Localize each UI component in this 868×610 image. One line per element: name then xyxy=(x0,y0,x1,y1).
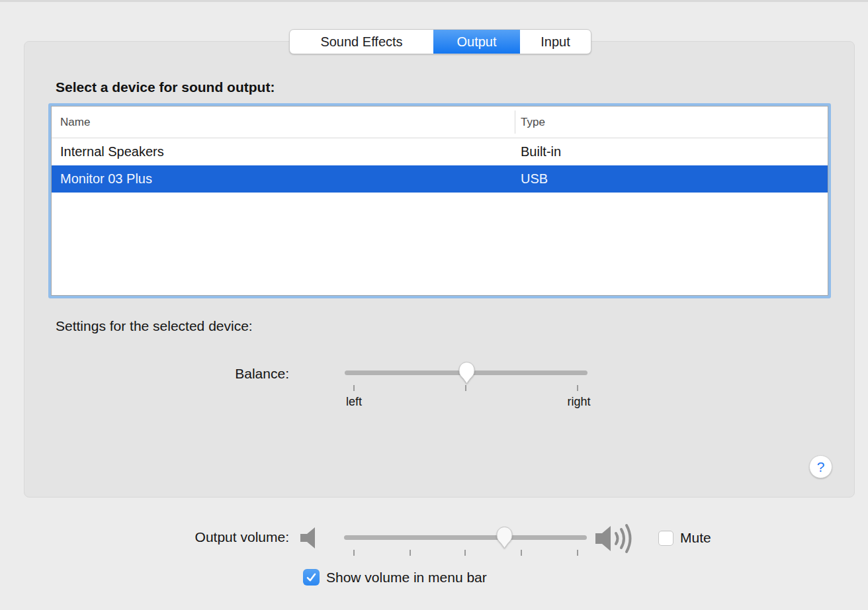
balance-left-label: left xyxy=(346,395,362,409)
speaker-quiet-icon xyxy=(299,526,322,552)
balance-tick-right xyxy=(577,385,578,391)
output-volume-slider[interactable] xyxy=(344,528,587,568)
mute-label: Mute xyxy=(680,530,711,546)
balance-slider-thumb[interactable] xyxy=(458,361,476,385)
help-button[interactable]: ? xyxy=(809,455,832,478)
output-volume-label: Output volume: xyxy=(157,529,289,545)
column-divider[interactable] xyxy=(515,110,515,134)
device-list-heading: Select a device for sound output: xyxy=(56,79,275,95)
volume-tick-4 xyxy=(521,550,522,556)
balance-slider[interactable]: left right xyxy=(345,363,587,403)
device-name-cell: Monitor 03 Plus xyxy=(52,171,515,187)
device-table-focus-ring: Name Type Internal Speakers Built-in Mon… xyxy=(48,103,831,298)
sound-tab-bar: Sound Effects Output Input xyxy=(289,29,591,54)
volume-tick-1 xyxy=(353,550,355,556)
output-volume-thumb[interactable] xyxy=(496,525,513,550)
column-header-type[interactable]: Type xyxy=(515,116,545,129)
speaker-loud-icon xyxy=(594,521,644,558)
output-volume-track[interactable] xyxy=(344,535,587,540)
table-row-internal-speakers[interactable]: Internal Speakers Built-in xyxy=(52,138,828,165)
tab-output[interactable]: Output xyxy=(433,30,520,54)
mute-checkbox[interactable] xyxy=(658,531,673,546)
tab-input[interactable]: Input xyxy=(520,30,591,54)
device-type-cell: USB xyxy=(515,171,548,187)
checkmark-icon xyxy=(305,571,318,584)
balance-tick-left xyxy=(353,385,355,391)
show-volume-label: Show volume in menu bar xyxy=(326,570,487,586)
settings-section-heading: Settings for the selected device: xyxy=(56,318,253,334)
column-header-name[interactable]: Name xyxy=(52,116,515,129)
device-table: Name Type Internal Speakers Built-in Mon… xyxy=(51,106,828,296)
tab-sound-effects[interactable]: Sound Effects xyxy=(290,30,433,54)
device-name-cell: Internal Speakers xyxy=(52,144,515,159)
device-type-cell: Built-in xyxy=(515,144,561,159)
volume-tick-5 xyxy=(577,550,578,556)
table-row-monitor-03-plus[interactable]: Monitor 03 Plus USB xyxy=(52,165,828,193)
show-volume-checkbox[interactable] xyxy=(303,569,320,586)
balance-right-label: right xyxy=(567,395,590,409)
volume-tick-3 xyxy=(464,550,466,556)
balance-tick-center xyxy=(465,385,466,391)
window-top-edge xyxy=(0,0,868,2)
volume-tick-2 xyxy=(410,550,411,556)
balance-label: Balance: xyxy=(157,366,289,382)
device-table-header: Name Type xyxy=(52,107,828,138)
